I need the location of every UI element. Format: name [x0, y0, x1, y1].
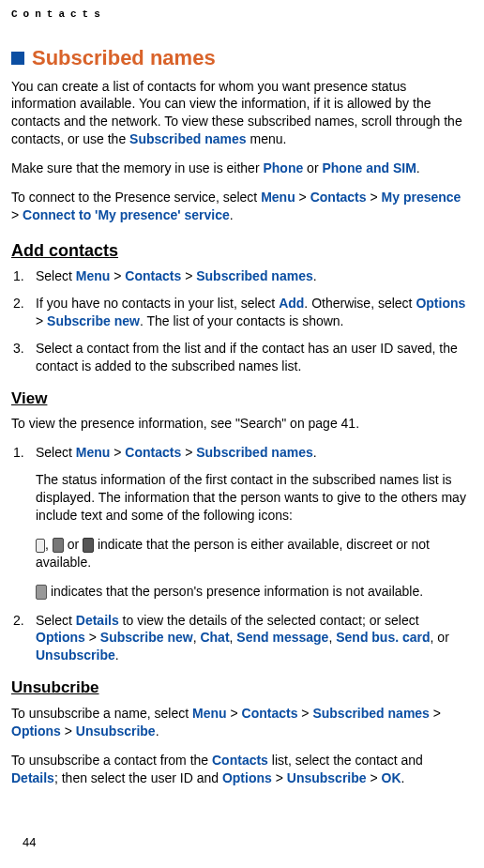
ui-term: Options	[416, 296, 465, 311]
ui-term: Details	[76, 613, 119, 628]
presence-discreet-icon	[53, 538, 64, 553]
text: >	[227, 706, 242, 721]
ui-term: Options	[36, 630, 85, 645]
ui-term: Contacts	[212, 753, 268, 768]
text: >	[110, 268, 125, 283]
text: >	[61, 723, 76, 739]
unsubscribe-heading: Unsubcribe	[11, 678, 467, 699]
text: >	[110, 445, 125, 460]
add-contacts-heading: Add contacts	[11, 239, 467, 262]
ui-term: Options	[11, 723, 61, 739]
list-item: If you have no contacts in your list, se…	[11, 295, 467, 330]
ui-term: Contacts	[125, 268, 181, 283]
text: , or	[431, 630, 449, 645]
add-contacts-list: Select Menu > Contacts > Subscribed name…	[11, 267, 467, 374]
text: To unsubscribe a name, select	[11, 706, 192, 721]
ui-term: Unsubscribe	[287, 770, 367, 785]
text: . Otherwise, select	[304, 296, 416, 311]
ui-term: Connect to 'My presence' service	[23, 207, 230, 222]
view-list: Select Menu > Contacts > Subscribed name…	[11, 444, 467, 664]
ui-term: Phone	[263, 160, 303, 175]
ui-term: Menu	[76, 268, 111, 283]
text: .	[313, 445, 317, 460]
text: .	[115, 647, 119, 662]
ui-term: Add	[279, 296, 304, 311]
text: menu.	[247, 131, 287, 146]
icon-line-2: indicates that the person's presence inf…	[36, 583, 467, 601]
text: or	[64, 537, 83, 552]
text: Make sure that the memory in use is eith…	[11, 160, 263, 175]
text: >	[181, 268, 196, 283]
text: indicates that the person's presence inf…	[47, 584, 423, 599]
text: If you have no contacts in your list, se…	[36, 296, 279, 311]
presence-unknown-icon	[36, 585, 47, 600]
unsub-para-2: To unsubscribe a contact from the Contac…	[11, 752, 467, 787]
text: .	[416, 160, 420, 175]
ui-term: Unsubscribe	[76, 723, 156, 739]
ui-term: OK	[382, 770, 401, 785]
text: ,	[45, 537, 53, 552]
ui-term: Send message	[236, 630, 328, 645]
text: To unsubscribe a contact from the	[11, 753, 212, 768]
text: >	[430, 706, 441, 721]
text: . The list of your contacts is shown.	[140, 313, 344, 328]
ui-term: Contacts	[125, 445, 181, 460]
ui-term: Details	[11, 770, 54, 785]
text: .	[401, 770, 405, 785]
text: to view the details of the selected cont…	[119, 613, 419, 628]
text: >	[85, 630, 100, 645]
page-number: 44	[23, 834, 36, 851]
text: Select	[36, 613, 76, 628]
text: ; then select the user ID and	[54, 770, 222, 785]
list-item: Select Menu > Contacts > Subscribed name…	[11, 444, 467, 600]
ui-term: Contacts	[310, 190, 367, 205]
ui-term: Send bus. card	[336, 630, 430, 645]
intro-para-2: Make sure that the memory in use is eith…	[11, 160, 467, 177]
text: >	[11, 207, 23, 222]
list-item: Select Details to view the details of th…	[11, 612, 467, 665]
ui-term: Menu	[261, 190, 295, 205]
ui-term: Menu	[76, 445, 111, 460]
ui-term: Chat	[200, 630, 229, 645]
text: list, select the contact and	[268, 753, 423, 768]
unsub-para-1: To unsubscribe a name, select Menu > Con…	[11, 705, 467, 740]
ui-term: Unsubscribe	[36, 647, 115, 662]
text: >	[367, 770, 382, 785]
text: >	[297, 706, 312, 721]
text: To connect to the Presence service, sele…	[11, 190, 261, 205]
ui-term: My presence	[382, 190, 461, 205]
text: Select	[36, 445, 76, 460]
ui-term: Contacts	[242, 706, 298, 721]
ui-term: Phone and SIM	[322, 160, 416, 175]
section-title: Subscribed names	[32, 44, 216, 72]
ui-term: Subscribed names	[129, 131, 247, 146]
ui-term: Options	[222, 770, 272, 785]
view-intro: To view the presence information, see "S…	[11, 415, 467, 433]
presence-notavailable-icon	[83, 538, 94, 553]
ui-term: Subscribed names	[196, 445, 313, 460]
text: .	[156, 723, 159, 739]
text: .	[313, 268, 317, 283]
text: >	[367, 190, 382, 205]
icon-line-1: , or indicate that the person is either …	[36, 536, 467, 571]
list-item: Select a contact from the list and if th…	[11, 340, 467, 375]
intro-para-3: To connect to the Presence service, sele…	[11, 189, 467, 224]
text: >	[272, 770, 287, 785]
ui-term: Subscribe new	[100, 630, 193, 645]
intro-para-1: You can create a list of contacts for wh…	[11, 78, 467, 149]
chapter-header: Contacts	[11, 8, 467, 22]
ui-term: Subscribed names	[312, 706, 430, 721]
text: or	[303, 160, 322, 175]
ui-term: Menu	[192, 706, 227, 721]
sub-para: The status information of the first cont…	[36, 471, 467, 525]
text: >	[295, 190, 310, 205]
text: indicate that the person is either avail…	[36, 537, 430, 570]
presence-available-icon	[36, 539, 45, 553]
section-bullet-icon	[11, 52, 24, 65]
text: >	[36, 313, 47, 328]
view-heading: View	[11, 388, 467, 410]
ui-term: Subscribed names	[196, 268, 313, 283]
text: >	[181, 445, 196, 460]
text: Select	[36, 268, 76, 283]
ui-term: Subscribe new	[47, 313, 140, 328]
